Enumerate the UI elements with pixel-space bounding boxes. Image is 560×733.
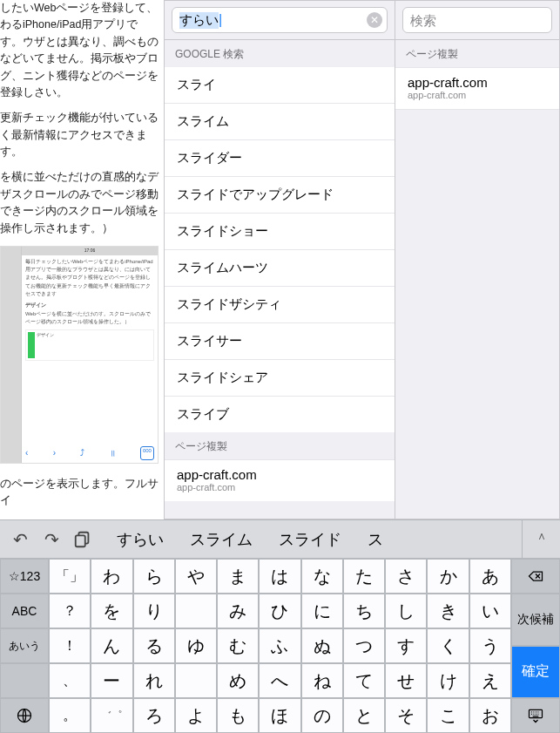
suggestion-item[interactable]: スライダー — [165, 140, 395, 177]
mode-abc-key[interactable]: ABC — [0, 594, 49, 628]
kana-key[interactable]: る — [133, 628, 175, 663]
background-article: したいWebページを登録して、わるiPhone/iPad用アプリです。ウザとは異… — [0, 0, 164, 519]
kana-key[interactable]: へ — [259, 663, 300, 698]
keyboard-right-functions: 次候補 確定 — [511, 559, 560, 733]
confirm-key[interactable]: 確定 — [511, 646, 560, 698]
screenshot-thumbnail: 17:06 毎日チェックしたいWebページをてまわるiPhone/iPad用アプ… — [0, 246, 159, 464]
kana-key[interactable]: ろ — [133, 698, 175, 733]
kana-key[interactable]: ん — [91, 628, 132, 663]
kana-key[interactable]: や — [175, 559, 217, 594]
search-input-text[interactable]: すらい — [179, 12, 219, 29]
kana-key[interactable]: ぬ — [301, 628, 343, 663]
kana-key[interactable]: に — [301, 594, 343, 628]
kana-key[interactable]: れ — [133, 663, 175, 698]
suggestion-list: スライ スライム スライダー スライドでアップグレード スライドショー スライム… — [165, 67, 395, 432]
candidate-word[interactable]: スライド — [279, 529, 341, 550]
kana-key[interactable]: ほ — [259, 698, 300, 733]
kana-key[interactable]: を — [91, 594, 132, 628]
kana-key[interactable]: み — [217, 594, 259, 628]
kana-key[interactable]: た — [343, 559, 385, 594]
kana-key[interactable]: ゆ — [175, 628, 217, 663]
kana-key[interactable]: よ — [175, 698, 217, 733]
kana-key[interactable]: も — [217, 698, 259, 733]
right-search-input[interactable] — [402, 7, 552, 33]
suggestion-item[interactable]: スライム — [165, 104, 395, 140]
kana-key[interactable]: い — [469, 594, 511, 628]
candidate-word[interactable]: すらい — [117, 529, 164, 550]
kana-key[interactable]: む — [217, 628, 259, 663]
kana-key[interactable]: う — [469, 628, 511, 663]
kana-key[interactable]: ！ — [49, 628, 91, 663]
right-search-field[interactable] — [410, 13, 529, 28]
kana-key[interactable]: ね — [301, 663, 343, 698]
kana-key[interactable]: わ — [91, 559, 132, 594]
kana-key[interactable]: こ — [427, 698, 469, 733]
page-duplicate-item[interactable]: app-craft.com app-craft.com — [165, 459, 395, 501]
kana-key[interactable]: せ — [385, 663, 427, 698]
kana-key[interactable]: ？ — [49, 594, 91, 628]
suggestion-item[interactable]: スライムハーツ — [165, 250, 395, 287]
empty-func-key[interactable] — [0, 663, 49, 698]
article-para: のページを表示します。フルサイ — [0, 476, 159, 510]
suggestion-item[interactable]: スライドでアップグレード — [165, 177, 395, 214]
kana-key[interactable]: ひ — [259, 594, 300, 628]
page-duplicate-item[interactable]: app-craft.com app-craft.com — [395, 67, 559, 110]
kana-key[interactable]: し — [385, 594, 427, 628]
candidate-word[interactable]: ス — [368, 529, 383, 550]
suggestion-item[interactable]: スライサー — [165, 323, 395, 360]
globe-key[interactable] — [0, 698, 49, 733]
backspace-key[interactable] — [511, 559, 560, 594]
kana-key[interactable]: め — [217, 663, 259, 698]
kana-key[interactable]: 。 — [49, 698, 91, 733]
kana-key[interactable]: え — [469, 663, 511, 698]
kana-key[interactable]: お — [469, 698, 511, 733]
page-duplicate-header: ページ複製 — [165, 432, 395, 459]
candidate-word[interactable]: スライム — [190, 529, 253, 550]
redo-icon[interactable]: ↷ — [42, 529, 61, 550]
kana-key[interactable]: け — [427, 663, 469, 698]
kana-key[interactable]: つ — [343, 628, 385, 663]
candidate-list: すらい スライム スライド ス — [103, 529, 522, 550]
mode-kana-key[interactable]: あいう — [0, 628, 49, 663]
kana-key[interactable]: ま — [217, 559, 259, 594]
kana-key[interactable]: 、 — [49, 663, 91, 698]
page-duplicate-header: ページ複製 — [395, 40, 559, 67]
suggestion-item[interactable]: スライドザシティ — [165, 287, 395, 323]
kana-key[interactable]: て — [343, 663, 385, 698]
kana-key[interactable] — [175, 594, 217, 628]
mode-numbers-key[interactable]: ☆123 — [0, 559, 49, 594]
candidate-expand-icon[interactable]: ＾ — [522, 520, 560, 558]
dakuten-key[interactable]: ゛゜ — [91, 698, 132, 733]
copy-icon[interactable] — [73, 529, 92, 550]
kana-key[interactable]: は — [259, 559, 300, 594]
kana-key[interactable]: あ — [469, 559, 511, 594]
kana-key[interactable]: り — [133, 594, 175, 628]
next-candidate-key[interactable]: 次候補 — [511, 594, 560, 646]
kana-key[interactable]: す — [385, 628, 427, 663]
thumb-time: 17:06 — [22, 247, 158, 255]
candidate-bar: ↶ ↷ すらい スライム スライド ス ＾ — [0, 520, 560, 559]
undo-icon[interactable]: ↶ — [10, 529, 30, 550]
suggestion-item[interactable]: スライドシェア — [165, 360, 395, 397]
kana-key[interactable]: か — [427, 559, 469, 594]
suggestion-item[interactable]: スライブ — [165, 397, 395, 432]
dismiss-keyboard-key[interactable] — [511, 698, 560, 733]
kana-key[interactable]: ち — [343, 594, 385, 628]
kana-key[interactable]: ー — [91, 663, 132, 698]
kana-key[interactable]: さ — [385, 559, 427, 594]
kana-key[interactable]: と — [343, 698, 385, 733]
kana-key[interactable]: く — [427, 628, 469, 663]
kana-key[interactable]: の — [301, 698, 343, 733]
clear-icon[interactable]: ✕ — [367, 12, 382, 28]
kana-key[interactable]: ら — [133, 559, 175, 594]
suggestion-item[interactable]: スライ — [165, 67, 395, 104]
suggestion-item[interactable]: スライドショー — [165, 214, 395, 250]
search-input-wrap[interactable]: すらい| ✕ — [172, 7, 388, 33]
kana-key[interactable]: 「」 — [49, 559, 91, 594]
kana-key[interactable]: ふ — [259, 628, 300, 663]
kana-key[interactable]: き — [427, 594, 469, 628]
kana-key[interactable] — [175, 663, 217, 698]
kana-key[interactable]: そ — [385, 698, 427, 733]
kana-key[interactable]: な — [301, 559, 343, 594]
google-search-header: GOOGLE 検索 — [165, 40, 395, 67]
